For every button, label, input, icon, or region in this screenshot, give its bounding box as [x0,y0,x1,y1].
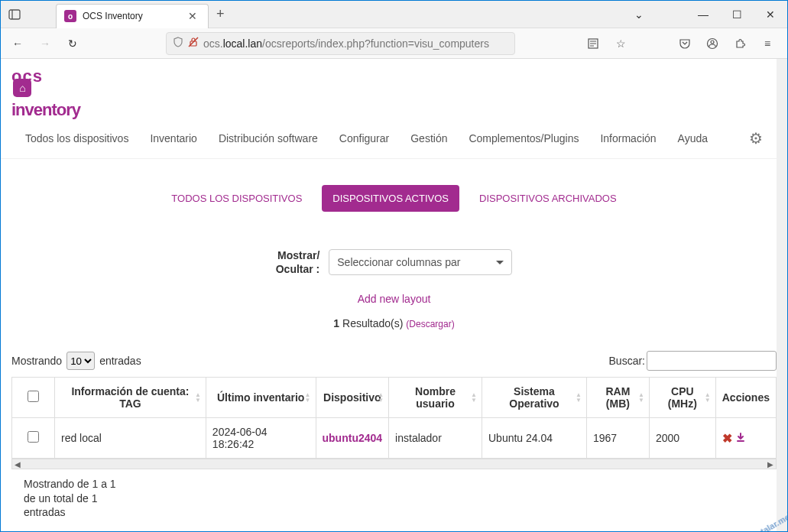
maximize-button[interactable]: ☐ [720,1,754,28]
tab-archived-devices[interactable]: DISPOSITIVOS ARCHIVADOS [469,185,627,212]
table-info: Mostrando de 1 a 1 de un total de 1 entr… [1,469,154,524]
reload-button[interactable]: ↻ [62,33,83,54]
back-button[interactable]: ← [7,33,28,54]
titlebar: o OCS Inventory ✕ + ⌄ — ☐ ✕ [1,1,787,28]
tab-all-devices[interactable]: TODOS LOS DISPOSITIVOS [161,185,313,212]
nav-info[interactable]: Información [600,132,656,144]
horizontal-scrollbar[interactable]: ◀ ▶ [11,459,777,469]
main-nav: Todos los dispositivos Inventario Distri… [1,123,787,159]
table-controls: Mostrando 10 entradas Buscar: [1,334,787,377]
pocket-icon[interactable] [674,33,696,54]
sort-icon: ▲▼ [378,392,384,403]
tab-active-devices[interactable]: DISPOSITIVOS ACTIVOS [322,185,459,212]
address-bar: ← → ↻ ocs.local.lan/ocsreports/index.php… [1,28,787,59]
scroll-right-icon[interactable]: ▶ [765,460,776,469]
svg-rect-0 [9,10,20,19]
chevron-down-icon[interactable]: ⌄ [622,1,656,28]
favicon-icon: o [64,10,76,22]
vertical-scrollbar[interactable] [777,59,787,531]
col-os[interactable]: Sistema Operativo▲▼ [482,378,587,418]
col-last-inventory[interactable]: Último inventario▲▼ [206,378,316,418]
sort-icon: ▲▼ [195,392,201,403]
download-row-icon[interactable] [735,432,746,445]
menu-icon[interactable]: ≡ [757,33,778,54]
nav-help[interactable]: Ayuda [678,132,708,144]
cell-user: instalador [389,418,482,459]
nav-all-devices[interactable]: Todos los dispositivos [25,132,128,144]
tab-close-icon[interactable]: ✕ [185,10,200,22]
nav-sw-dist[interactable]: Distribución software [219,132,318,144]
column-controls: Mostrar/ Ocultar : Seleccionar columnas … [1,218,787,282]
showing-label: Mostrando [11,355,62,367]
nav-inventory[interactable]: Inventario [150,132,196,144]
select-all-checkbox[interactable] [28,391,39,402]
col-ram[interactable]: RAM (MB)▲▼ [586,378,649,418]
extensions-icon[interactable] [729,33,751,54]
account-icon[interactable] [702,33,723,54]
devices-table: Información de cuenta: TAG▲▼ Último inve… [11,377,777,459]
browser-window: o OCS Inventory ✕ + ⌄ — ☐ ✕ ← → ↻ ocs.lo… [0,0,788,532]
col-actions: Acciones [715,378,776,418]
page-content: ocs⌂ inventory Todos los dispositivos In… [1,59,787,531]
toolbar-right: ☆ ≡ [582,33,778,54]
close-window-button[interactable]: ✕ [754,1,787,28]
shield-icon[interactable] [173,37,183,50]
column-select[interactable]: Seleccionar columnas par [329,249,512,275]
nav-manage[interactable]: Gestión [410,132,447,144]
row-checkbox[interactable] [28,431,39,443]
gear-icon[interactable]: ⚙ [749,129,763,148]
forward-button: → [34,33,56,54]
cell-os: Ubuntu 24.04 [482,418,587,459]
bookmark-icon[interactable]: ☆ [610,33,631,54]
bulk-actions: Borrar Bloquear resultado Procesamiento … [1,524,787,531]
sort-icon: ▲▼ [305,392,311,403]
nav-configure[interactable]: Configurar [339,132,389,144]
per-page-select[interactable]: 10 [66,352,95,370]
col-user[interactable]: Nombre usuario▲▼ [389,378,482,418]
reader-icon[interactable] [582,33,604,54]
col-device[interactable]: Dispositivo▲▼ [316,378,389,418]
scroll-left-icon[interactable]: ◀ [12,460,23,469]
sort-icon: ▲▼ [705,392,711,403]
add-layout-link[interactable]: Add new layout [358,293,431,305]
svg-point-9 [711,41,714,44]
logo: ocs⌂ inventory [1,59,787,123]
download-link[interactable]: (Descargar) [406,319,454,329]
sort-icon: ▲▼ [576,392,582,403]
sub-tabs: TODOS LOS DISPOSITIVOS DISPOSITIVOS ACTI… [1,159,787,218]
new-tab-button[interactable]: + [209,6,232,22]
logo-badge-icon: ⌂ [13,79,31,97]
cell-tag: red local [55,418,206,459]
show-hide-label: Mostrar/ Ocultar : [276,248,320,276]
sort-icon: ▲▼ [638,392,644,403]
cell-cpu: 2000 [649,418,715,459]
search-input[interactable] [647,351,777,371]
cell-last: 2024-06-04 18:26:42 [206,418,316,459]
url-text: ocs.local.lan/ocsreports/index.php?funct… [203,37,489,50]
cell-ram: 1967 [586,418,649,459]
browser-tab[interactable]: o OCS Inventory ✕ [56,4,209,28]
result-count: 1 Resultado(s) (Descargar) [1,307,787,334]
minimize-button[interactable]: — [686,1,720,28]
tab-title: OCS Inventory [83,11,185,21]
col-cpu[interactable]: CPU (MHz)▲▼ [649,378,715,418]
nav-plugins[interactable]: Complementos/Plugins [469,132,579,144]
sidebar-toggle-icon[interactable] [1,8,28,21]
window-controls: ⌄ — ☐ ✕ [622,1,787,28]
url-input[interactable]: ocs.local.lan/ocsreports/index.php?funct… [166,32,515,55]
entries-label: entradas [99,355,141,367]
table-row: red local 2024-06-04 18:26:42 ubuntu2404… [12,418,777,459]
delete-row-icon[interactable]: ✖ [722,432,732,445]
cell-device-link[interactable]: ubuntu2404 [316,418,389,459]
lock-warning-icon[interactable] [188,37,199,50]
sort-icon: ▲▼ [471,392,477,403]
search-label: Buscar: [609,355,645,367]
col-tag[interactable]: Información de cuenta: TAG▲▼ [55,378,206,418]
